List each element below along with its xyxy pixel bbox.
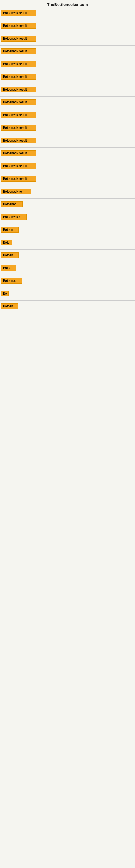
- list-item: Bottleneck result: [1, 110, 135, 121]
- list-item: Bottleneck re: [1, 186, 135, 198]
- bottleneck-badge[interactable]: Bottleneck result: [1, 163, 36, 169]
- list-item: Bottle: [1, 263, 135, 274]
- list-item: Bottleneck result: [1, 148, 135, 159]
- bottleneck-badge[interactable]: Bottlen: [1, 303, 18, 309]
- separator: [0, 160, 135, 160]
- bottleneck-badge[interactable]: Bottleneck result: [1, 48, 36, 54]
- list-item: Bottleneck result: [1, 123, 135, 134]
- list-item: Bottleneck result: [1, 84, 135, 96]
- list-item: Bottlenec: [1, 199, 135, 211]
- separator: [0, 20, 135, 20]
- bottleneck-badge[interactable]: Bott: [1, 240, 12, 246]
- bottleneck-badge[interactable]: Bottleneck result: [1, 35, 36, 41]
- list-item: Bottleneck result: [1, 72, 135, 83]
- separator: [0, 173, 135, 173]
- separator: [0, 300, 135, 301]
- separator: [0, 45, 135, 45]
- bottleneck-list: Bottleneck resultBottleneck resultBottle…: [0, 8, 135, 313]
- separator: [0, 237, 135, 237]
- bottleneck-badge[interactable]: Bottleneck result: [1, 10, 36, 16]
- list-item: Bottleneck r: [1, 212, 135, 223]
- list-item: Bottleneck result: [1, 46, 135, 58]
- list-item: Bottleneck result: [1, 135, 135, 147]
- list-item: Bottleneck result: [1, 8, 135, 19]
- list-item: Bottleneck result: [1, 174, 135, 185]
- separator: [0, 96, 135, 97]
- list-item: Bottleneck result: [1, 161, 135, 172]
- bottleneck-badge[interactable]: Bottlenec: [1, 201, 23, 207]
- list-item: Bottlenec: [1, 276, 135, 287]
- separator: [0, 275, 135, 275]
- bottleneck-badge[interactable]: Bottleneck r: [1, 214, 27, 220]
- list-item: Bottlen: [1, 225, 135, 236]
- bottleneck-badge[interactable]: Bottleneck result: [1, 137, 36, 144]
- separator: [0, 147, 135, 148]
- list-item: Bott: [1, 237, 135, 249]
- list-item: Bo: [1, 288, 135, 300]
- bottleneck-badge[interactable]: Bottleneck result: [1, 74, 36, 80]
- separator: [0, 224, 135, 224]
- bottleneck-badge[interactable]: Bo: [1, 290, 9, 297]
- separator: [0, 211, 135, 211]
- list-item: Bottleneck result: [1, 33, 135, 45]
- bottleneck-badge[interactable]: Bottleneck result: [1, 61, 36, 67]
- list-item: Bottleneck result: [1, 59, 135, 70]
- bottleneck-badge[interactable]: Bottlen: [1, 252, 18, 258]
- list-item: Bottlen: [1, 301, 135, 312]
- bottleneck-badge[interactable]: Bottleneck result: [1, 99, 36, 105]
- list-item: Bottlen: [1, 250, 135, 261]
- site-title: TheBottlenecker.com: [0, 0, 135, 8]
- separator: [0, 71, 135, 71]
- separator: [0, 313, 135, 313]
- bottleneck-badge[interactable]: Bottleneck result: [1, 125, 36, 131]
- separator: [0, 84, 135, 84]
- separator: [0, 287, 135, 288]
- bottleneck-badge[interactable]: Bottleneck result: [1, 112, 36, 118]
- bottleneck-badge[interactable]: Bottlenec: [1, 278, 22, 284]
- bottleneck-badge[interactable]: Bottleneck result: [1, 23, 36, 29]
- separator: [0, 134, 135, 135]
- bottleneck-badge[interactable]: Bottlen: [1, 227, 18, 233]
- separator: [0, 58, 135, 58]
- bottleneck-badge[interactable]: Bottleneck result: [1, 87, 36, 93]
- separator: [0, 198, 135, 198]
- bottleneck-badge[interactable]: Bottleneck result: [1, 150, 36, 156]
- vertical-line: [2, 651, 2, 841]
- bottleneck-badge[interactable]: Bottleneck re: [1, 188, 31, 194]
- bottleneck-badge[interactable]: Bottle: [1, 265, 16, 271]
- separator: [0, 122, 135, 122]
- list-item: Bottleneck result: [1, 97, 135, 108]
- separator: [0, 249, 135, 250]
- bottleneck-badge[interactable]: Bottleneck result: [1, 176, 36, 182]
- list-item: Bottleneck result: [1, 21, 135, 32]
